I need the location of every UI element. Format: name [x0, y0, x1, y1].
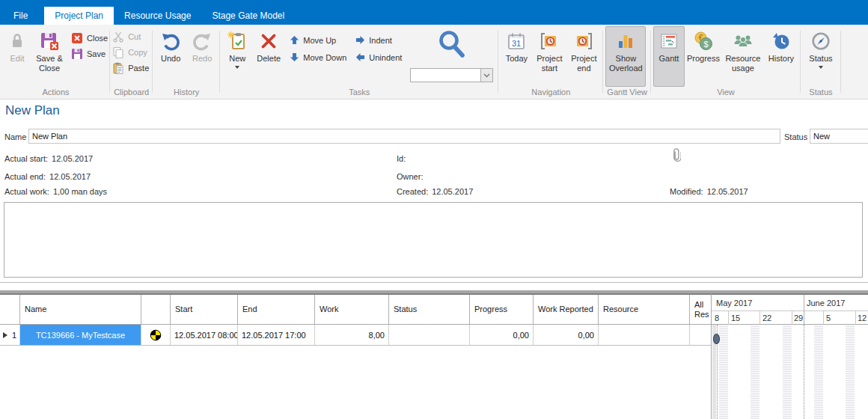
attachment-paperclip-icon[interactable] — [673, 148, 681, 161]
undo-label: Undo — [161, 54, 180, 64]
new-button[interactable]: New — [222, 26, 252, 87]
group-label-view: View — [653, 87, 798, 99]
new-dropdown-caret — [235, 66, 239, 71]
close-label: Close — [87, 34, 108, 43]
lock-icon — [7, 31, 28, 52]
tab-project-plan[interactable]: Project Plan — [44, 7, 114, 25]
column-header-name[interactable]: Name — [20, 295, 141, 324]
actual-work-value: 1,00 man days — [53, 187, 107, 196]
new-task-icon — [227, 31, 248, 52]
gantt-month-may: May 2017 — [716, 299, 752, 308]
group-label-clipboard: Clipboard — [112, 87, 150, 99]
resource-usage-label: Resource usage — [724, 54, 762, 73]
cell-status[interactable] — [389, 325, 470, 345]
group-label-status: Status — [803, 87, 839, 99]
cell-work-reported[interactable]: 0,00 — [534, 325, 599, 345]
gantt-week-separator — [760, 311, 760, 325]
column-header-status[interactable]: Status — [389, 295, 470, 324]
progress-button[interactable]: €$ Progress — [685, 26, 722, 87]
cell-end[interactable]: 12.05.2017 17:00 — [238, 325, 315, 345]
project-start-button[interactable]: Project start — [532, 26, 566, 87]
cell-icon[interactable] — [141, 325, 171, 345]
column-header-progress[interactable]: Progress — [470, 295, 534, 324]
save-close-icon — [39, 31, 60, 52]
cell-work[interactable]: 8,00 — [315, 325, 389, 345]
column-header-all-resources[interactable]: All Res — [690, 295, 711, 324]
tab-resource-usage[interactable]: Resource Usage — [114, 7, 201, 25]
indent-button[interactable]: Indent — [355, 35, 402, 45]
weekend-band — [783, 325, 792, 419]
ribbon: Edit Save & Close Close Save — [0, 25, 868, 100]
copy-button: Copy — [112, 46, 149, 58]
group-label-actions: Actions — [4, 87, 108, 99]
search-input[interactable] — [410, 68, 480, 82]
scissors-icon — [112, 31, 124, 43]
today-button[interactable]: 31 Today — [501, 26, 532, 87]
name-input[interactable] — [28, 129, 780, 144]
project-end-button[interactable]: Project end — [566, 26, 601, 87]
column-header-work[interactable]: Work — [315, 295, 389, 324]
resource-usage-button[interactable]: Resource usage — [722, 26, 764, 87]
testcase-marker-icon — [150, 329, 162, 341]
gantt-body[interactable] — [712, 325, 868, 419]
weekend-band — [719, 325, 728, 419]
save-and-close-button[interactable]: Save & Close — [31, 26, 68, 87]
show-overload-button[interactable]: Show Overload — [605, 26, 646, 87]
gantt-panel: May 2017 June 2017 8 15 22 29 5 12 — [711, 293, 868, 419]
copy-label: Copy — [128, 48, 147, 57]
arrow-right-icon — [355, 35, 365, 45]
search-combobox[interactable] — [410, 68, 493, 82]
unindent-label: Unindent — [369, 53, 402, 62]
move-down-button[interactable]: Move Down — [290, 52, 346, 62]
actual-start-value: 12.05.2017 — [52, 154, 93, 163]
description-textarea[interactable] — [4, 202, 863, 278]
save-button[interactable]: Save — [71, 48, 108, 60]
task-bar-milestone[interactable] — [713, 334, 720, 344]
ribbon-group-actions: Edit Save & Close Close Save — [1, 25, 110, 99]
new-label: New — [229, 54, 245, 64]
status-button[interactable]: Status — [803, 26, 839, 87]
cell-progress[interactable]: 0,00 — [470, 325, 534, 345]
row-indicator-cell[interactable]: 1 — [0, 325, 20, 345]
column-header-start[interactable]: Start — [171, 295, 238, 324]
column-header-work-reported[interactable]: Work Reported — [534, 295, 599, 324]
gantt-week-tick: 29 — [794, 314, 803, 322]
cell-name[interactable]: TC139666 - MyTestcase — [20, 325, 141, 345]
search-dropdown-button[interactable] — [480, 68, 493, 82]
tab-file[interactable]: File — [3, 7, 38, 25]
status-input[interactable] — [810, 129, 868, 144]
edit-button: Edit — [4, 26, 31, 87]
column-header-end[interactable]: End — [238, 295, 315, 324]
ribbon-group-gantt-view: Show Overload Gantt View — [603, 25, 651, 99]
table-row[interactable]: 1 TC139666 - MyTestcase 12.05.2017 08:00… — [0, 325, 711, 346]
gantt-button[interactable]: Gantt — [653, 26, 685, 87]
cell-all-resources[interactable] — [690, 325, 711, 345]
cell-start[interactable]: 12.05.2017 08:00 — [171, 325, 238, 345]
move-up-button[interactable]: Move Up — [290, 35, 346, 45]
move-up-label: Move Up — [303, 36, 336, 45]
calendar-icon: 31 — [506, 31, 527, 52]
paste-button[interactable]: Paste — [112, 62, 149, 74]
cell-resource[interactable] — [599, 325, 690, 345]
undo-button[interactable]: Undo — [155, 26, 186, 87]
task-grid: Name Start End Work Status Progress Work… — [0, 293, 711, 419]
unindent-button[interactable]: Unindent — [355, 52, 402, 62]
delete-button[interactable]: Delete — [252, 26, 285, 87]
tab-stage-gate-model[interactable]: Stage Gate Model — [201, 7, 295, 25]
gantt-month-header: May 2017 June 2017 — [712, 295, 868, 311]
project-end-icon — [573, 31, 594, 52]
id-row: Id: — [397, 154, 409, 163]
save-icon — [71, 48, 83, 60]
close-button[interactable]: Close — [71, 32, 108, 44]
show-overload-label: Show Overload — [608, 54, 644, 73]
gantt-week-separator — [855, 311, 856, 325]
search-icon — [435, 28, 468, 63]
actual-work-label: Actual work: — [4, 187, 49, 196]
current-row-arrow-icon — [3, 332, 7, 338]
gantt-week-tick: 5 — [826, 314, 831, 322]
history-view-button[interactable]: History — [764, 26, 798, 87]
column-header-icon[interactable] — [141, 295, 171, 324]
column-header-resource[interactable]: Resource — [599, 295, 690, 324]
move-down-label: Move Down — [303, 53, 346, 62]
owner-label: Owner: — [397, 172, 423, 181]
